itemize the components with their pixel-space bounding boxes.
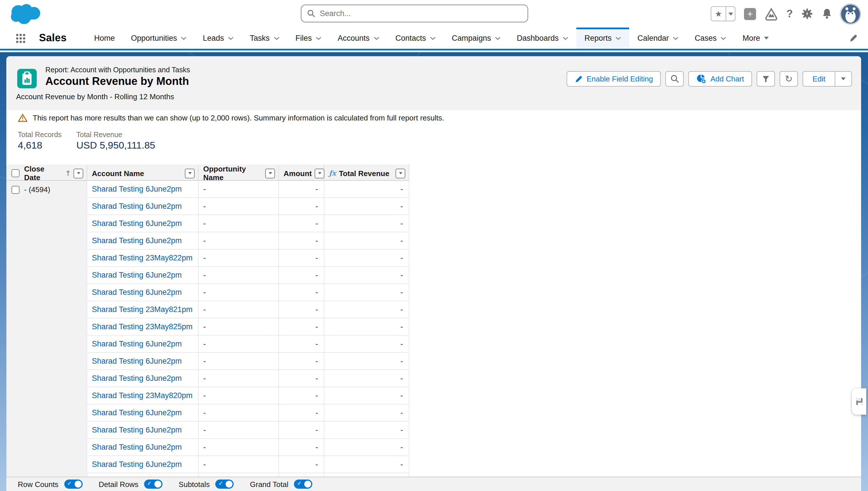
footer-toggle-detail-rows: Detail Rows ✓ bbox=[99, 480, 163, 489]
quick-create-button[interactable]: + bbox=[744, 8, 756, 20]
setup-gear-icon[interactable] bbox=[802, 8, 813, 20]
chevron-down-icon bbox=[430, 36, 436, 40]
nav-tab-home[interactable]: Home bbox=[86, 28, 123, 49]
nav-tab-more[interactable]: More bbox=[735, 28, 777, 49]
amount-cell: - bbox=[279, 422, 324, 439]
account-link[interactable]: Sharad Testing 6June2pm bbox=[92, 443, 182, 452]
account-link[interactable]: Sharad Testing 6June2pm bbox=[92, 340, 182, 348]
warning-text: This report has more results than we can… bbox=[33, 114, 444, 122]
trailhead-icon[interactable] bbox=[765, 7, 778, 20]
opportunity-cell: - bbox=[199, 336, 279, 353]
group-checkbox[interactable] bbox=[11, 186, 20, 194]
amount-cell: - bbox=[279, 353, 324, 370]
favorites-star-icon[interactable]: ★ bbox=[711, 7, 726, 21]
account-link[interactable]: Sharad Testing 6June2pm bbox=[92, 357, 182, 365]
account-link[interactable]: Sharad Testing 6June2pm bbox=[92, 185, 182, 193]
nav-tabs: Home Opportunities Leads Tasks Files bbox=[86, 28, 849, 49]
column-header-total-revenue[interactable]: ƒx Total Revenue bbox=[324, 165, 409, 182]
account-link[interactable]: Sharad Testing 6June2pm bbox=[92, 460, 182, 469]
report-footer-bar: Row Counts ✓ Detail Rows ✓ Subtotals ✓ G… bbox=[6, 476, 861, 491]
nav-tab-calendar[interactable]: Calendar bbox=[629, 28, 687, 49]
nav-tab-leads[interactable]: Leads bbox=[195, 28, 242, 49]
help-icon[interactable]: ? bbox=[786, 8, 793, 20]
chevron-down-icon bbox=[721, 36, 727, 40]
opportunity-cell: - bbox=[199, 181, 279, 198]
opportunity-cell: - bbox=[199, 318, 279, 336]
find-in-report-button[interactable] bbox=[666, 71, 684, 87]
account-link[interactable]: Sharad Testing 6June2pm bbox=[92, 236, 182, 245]
column-header-amount[interactable]: Amount bbox=[279, 165, 324, 182]
table-body: - (4594) Sharad Testing 6June2pm - - - S… bbox=[7, 181, 409, 476]
account-link[interactable]: Sharad Testing 6June2pm bbox=[92, 202, 182, 210]
favorites-caret-icon[interactable] bbox=[726, 7, 735, 21]
toggle-switch[interactable]: ✓ bbox=[64, 480, 83, 489]
nav-tab-dashboards[interactable]: Dashboards bbox=[509, 28, 577, 49]
amount-cell: - bbox=[279, 250, 324, 267]
total-revenue-cell: - bbox=[324, 215, 409, 232]
account-link[interactable]: Sharad Testing 6June2pm bbox=[92, 374, 182, 383]
nav-tab-files[interactable]: Files bbox=[287, 28, 329, 49]
opportunity-cell: - bbox=[199, 250, 279, 267]
opportunity-cell: - bbox=[199, 456, 279, 473]
app-launcher-icon[interactable] bbox=[16, 34, 25, 43]
add-chart-button[interactable]: Add Chart bbox=[688, 71, 752, 87]
account-link[interactable]: Sharad Testing 6June2pm bbox=[92, 408, 182, 417]
caret-down-icon bbox=[764, 37, 769, 39]
opportunity-cell: - bbox=[199, 215, 279, 232]
account-link[interactable]: Sharad Testing 6June2pm bbox=[92, 219, 182, 228]
utility-panel-handle[interactable] bbox=[852, 388, 866, 415]
filter-button[interactable] bbox=[757, 71, 775, 87]
nav-tab-campaigns[interactable]: Campaigns bbox=[444, 28, 509, 49]
enable-field-editing-button[interactable]: Enable Field Editing bbox=[567, 71, 661, 87]
account-link[interactable]: Sharad Testing 6June2pm bbox=[92, 288, 182, 296]
total-revenue-cell: - bbox=[324, 250, 409, 267]
amount-cell: - bbox=[279, 439, 324, 456]
column-menu-button[interactable] bbox=[74, 168, 83, 178]
edit-dropdown-button[interactable] bbox=[835, 72, 851, 86]
salesforce-app: ★ + ? bbox=[0, 0, 868, 491]
column-menu-button[interactable] bbox=[265, 168, 275, 178]
toggle-switch[interactable]: ✓ bbox=[216, 480, 234, 489]
refresh-button[interactable]: ↻ bbox=[780, 71, 798, 87]
account-link[interactable]: Sharad Testing 6June2pm bbox=[92, 426, 182, 434]
report-type-label: Report: Account with Opportunities and T… bbox=[45, 66, 190, 74]
search-input[interactable] bbox=[320, 9, 522, 18]
nav-tab-opportunities[interactable]: Opportunities bbox=[123, 28, 195, 49]
column-header-close-date[interactable]: Close Date ↑ bbox=[7, 165, 87, 182]
account-link[interactable]: Sharad Testing 23May822pm bbox=[92, 254, 193, 262]
notifications-bell-icon[interactable] bbox=[821, 8, 833, 20]
nav-tab-tasks[interactable]: Tasks bbox=[242, 28, 287, 49]
account-link[interactable]: Sharad Testing 23May821pm bbox=[92, 305, 193, 314]
account-link[interactable]: Sharad Testing 23May820pm bbox=[92, 391, 193, 400]
sort-asc-icon: ↑ bbox=[65, 169, 71, 177]
nav-tab-accounts[interactable]: Accounts bbox=[329, 28, 387, 49]
account-link[interactable]: Sharad Testing 6June2pm bbox=[92, 271, 182, 279]
chevron-down-icon bbox=[316, 36, 322, 40]
toggle-switch[interactable]: ✓ bbox=[294, 480, 313, 489]
opportunity-cell: - bbox=[199, 284, 279, 301]
total-revenue-value: USD 5,950,111.85 bbox=[76, 140, 155, 151]
nav-tab-cases[interactable]: Cases bbox=[686, 28, 735, 49]
app-name: Sales bbox=[39, 32, 66, 44]
opportunity-cell: - bbox=[199, 370, 279, 387]
total-revenue-cell: - bbox=[324, 404, 409, 422]
amount-cell bbox=[279, 473, 324, 476]
column-header-account-name[interactable]: Account Name bbox=[87, 165, 199, 182]
column-header-opportunity-name[interactable]: Opportunity Name bbox=[199, 165, 279, 182]
nav-tab-reports[interactable]: Reports bbox=[576, 28, 629, 49]
account-link[interactable]: Sharad Testing 23May825pm bbox=[92, 322, 193, 331]
select-all-checkbox[interactable] bbox=[11, 169, 20, 177]
toggle-switch[interactable]: ✓ bbox=[144, 480, 162, 489]
edit-button[interactable]: Edit bbox=[803, 72, 835, 86]
column-menu-button[interactable] bbox=[396, 168, 405, 178]
column-menu-button[interactable] bbox=[315, 168, 324, 178]
user-avatar[interactable] bbox=[841, 4, 860, 23]
global-search[interactable] bbox=[301, 5, 528, 22]
check-icon: ✓ bbox=[297, 480, 302, 486]
edit-nav-pencil-icon[interactable] bbox=[849, 34, 858, 42]
nav-tab-contacts[interactable]: Contacts bbox=[387, 28, 444, 49]
column-menu-button[interactable] bbox=[185, 168, 195, 178]
chevron-down-icon bbox=[374, 36, 379, 40]
filter-funnel-icon bbox=[762, 75, 770, 83]
group-label: - (4594) bbox=[24, 185, 50, 194]
